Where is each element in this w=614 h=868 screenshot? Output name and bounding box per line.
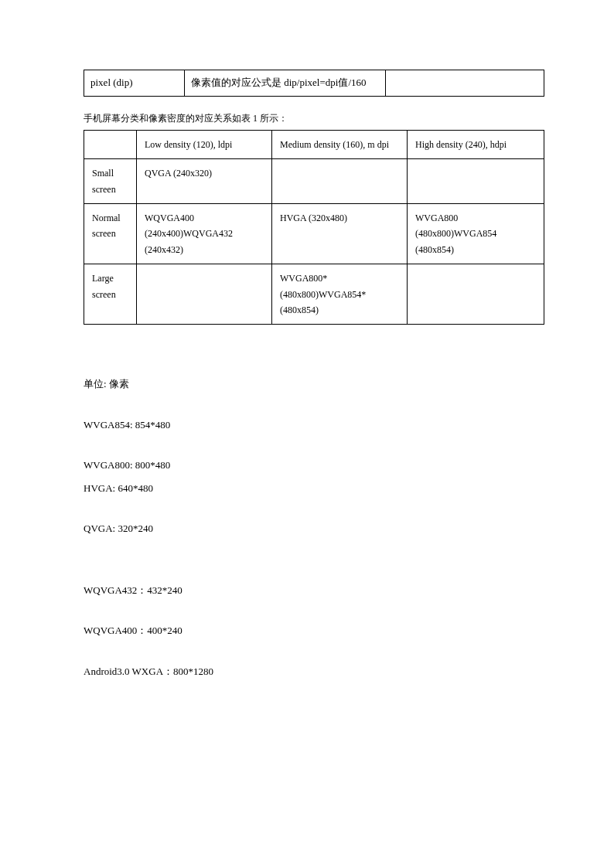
table-caption: 手机屏幕分类和像素密度的对应关系如表 1 所示： (84, 112, 544, 125)
cell (408, 264, 544, 325)
table-row: Small screen QVGA (240x320) (84, 159, 544, 204)
cell-formula: 像素值的对应公式是 dip/pixel=dpi值/160 (185, 70, 386, 97)
header-hdpi: High density (240), hdpi (408, 130, 544, 158)
table-row: Large screen WVGA800* (480x800)WVGA854* … (84, 264, 544, 325)
resolution-line: QVGA: 320*240 (84, 522, 544, 536)
cell: WVGA800 (480x800)WVGA854 (480x854) (408, 203, 544, 264)
unit-label: 单位: 像素 (84, 377, 544, 391)
cell: HVGA (320x480) (272, 203, 408, 264)
header-row: Low density (120), ldpi Medium density (… (84, 130, 544, 158)
cell (137, 264, 272, 325)
row-label-normal: Normal screen (84, 203, 137, 264)
resolution-line: WVGA800: 800*480 (84, 458, 544, 472)
cell: QVGA (240x320) (137, 159, 272, 204)
cell: WQVGA400 (240x400)WQVGA432 (240x432) (137, 203, 272, 264)
row-label-small: Small screen (84, 159, 137, 204)
resolution-line: HVGA: 640*480 (84, 482, 544, 495)
resolution-line: WVGA854: 854*480 (84, 418, 544, 432)
header-mdpi: Medium density (160), m dpi (272, 130, 408, 158)
table-row: pixel (dip) 像素值的对应公式是 dip/pixel=dpi值/160 (84, 70, 544, 97)
row-label-large: Large screen (84, 264, 137, 325)
header-ldpi: Low density (120), ldpi (137, 130, 272, 158)
table-row: Normal screen WQVGA400 (240x400)WQVGA432… (84, 203, 544, 264)
cell (408, 159, 544, 204)
definition-table: pixel (dip) 像素值的对应公式是 dip/pixel=dpi值/160 (84, 70, 544, 97)
resolution-line: WQVGA400：400*240 (84, 624, 544, 638)
resolution-line: WQVGA432：432*240 (84, 584, 544, 597)
header-empty (84, 130, 137, 158)
cell-empty (386, 70, 544, 97)
resolution-line: Android3.0 WXGA：800*1280 (84, 665, 544, 679)
density-table: Low density (120), ldpi Medium density (… (84, 130, 544, 325)
body-text: 单位: 像素 WVGA854: 854*480 WVGA800: 800*480… (84, 356, 544, 679)
cell: WVGA800* (480x800)WVGA854* (480x854) (272, 264, 408, 325)
cell (272, 159, 408, 204)
cell-pixel-dip: pixel (dip) (84, 70, 185, 97)
